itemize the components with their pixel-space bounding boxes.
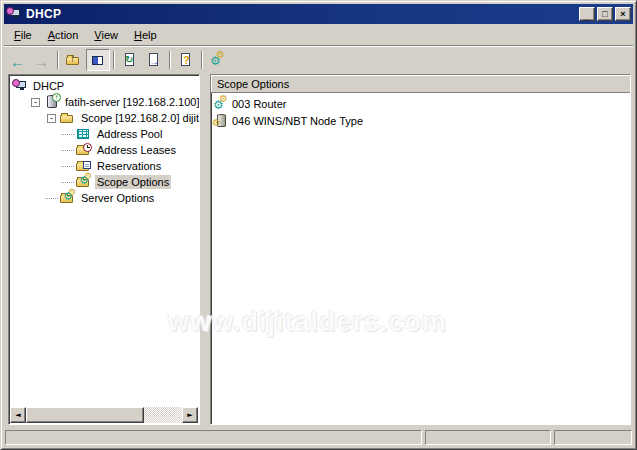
export-list-button[interactable] — [142, 49, 166, 71]
tb-show-console-tree-icon — [90, 52, 106, 68]
menu-view[interactable]: View — [86, 27, 126, 43]
tree-connector — [60, 142, 76, 158]
scope-options-icon — [76, 174, 92, 190]
menu-action[interactable]: Action — [40, 27, 87, 43]
toolbar-separator — [169, 51, 171, 69]
toolbar-separator — [57, 51, 59, 69]
toolbar-separator — [113, 51, 115, 69]
forward-button[interactable] — [30, 49, 54, 71]
tree-item-label[interactable]: Scope [192.168.2.0] dijitald — [79, 111, 200, 125]
dhcp-app-icon — [6, 6, 22, 22]
tree-item-server-options[interactable]: Server Options — [12, 190, 199, 206]
back-button[interactable] — [6, 49, 30, 71]
address-pool-icon — [76, 126, 92, 142]
maximize-icon: □ — [602, 10, 607, 19]
results-pane[interactable]: Scope Options 003 Router046 WINS/NBT Nod… — [210, 74, 631, 425]
window-title: DHCP — [26, 7, 579, 21]
tree-item-address-pool[interactable]: Address Pool — [12, 126, 199, 142]
option-server-icon — [213, 113, 229, 129]
scroll-thumb[interactable] — [26, 407, 144, 423]
toolbar — [4, 46, 633, 73]
content-area: DHCP-fatih-server [192.168.2.100]-Scope … — [4, 73, 633, 427]
tree-item-dhcp[interactable]: DHCP — [12, 78, 199, 94]
tb-configure-options-icon — [210, 52, 226, 68]
tree-item-scope-options[interactable]: Scope Options — [12, 174, 199, 190]
tree-connector — [44, 190, 60, 206]
tree-item-fatih-server-192-168-2-100[interactable]: -fatih-server [192.168.2.100] — [12, 94, 199, 110]
tb-refresh-icon — [122, 52, 138, 68]
tb-export-list-icon — [146, 52, 162, 68]
tree-item-label[interactable]: fatih-server [192.168.2.100] — [63, 95, 200, 109]
scroll-track[interactable] — [144, 407, 182, 423]
minimize-button[interactable]: _ — [579, 7, 595, 21]
address-leases-icon — [76, 142, 92, 158]
tree-expander-icon[interactable]: - — [47, 114, 56, 123]
status-panel-3 — [554, 430, 632, 445]
toolbar-separator — [201, 51, 203, 69]
status-bar — [4, 427, 633, 446]
refresh-button[interactable] — [118, 49, 142, 71]
show-console-tree-button[interactable] — [86, 49, 110, 71]
tree-item-scope-192-168-2-0-dijitald[interactable]: -Scope [192.168.2.0] dijitald — [12, 110, 199, 126]
dhcp-console-window: DHCP _ □ × FileActionViewHelp DHCP-fatih… — [0, 0, 637, 450]
help-button[interactable] — [174, 49, 198, 71]
window-controls: _ □ × — [579, 7, 631, 21]
tree: DHCP-fatih-server [192.168.2.100]-Scope … — [12, 78, 199, 206]
server-icon — [44, 94, 60, 110]
tb-forward-icon — [34, 52, 50, 68]
tree-horizontal-scrollbar[interactable]: ◄ ► — [10, 407, 198, 423]
tree-item-label[interactable]: Address Leases — [95, 143, 178, 157]
tb-back-icon — [10, 52, 26, 68]
menu-bar: FileActionViewHelp — [4, 24, 633, 46]
results-list: 003 Router046 WINS/NBT Node Type — [211, 93, 630, 424]
server-options-icon — [60, 190, 76, 206]
tree-item-label[interactable]: Server Options — [79, 191, 156, 205]
pane-splitter[interactable] — [200, 74, 210, 425]
status-panel-1 — [5, 430, 422, 445]
title-bar[interactable]: DHCP _ □ × — [4, 4, 633, 24]
scroll-left-button[interactable]: ◄ — [10, 407, 26, 423]
status-panel-2 — [425, 430, 551, 445]
tree-item-reservations[interactable]: Reservations — [12, 158, 199, 174]
scroll-right-button[interactable]: ► — [182, 407, 198, 423]
tree-item-label[interactable]: DHCP — [31, 79, 66, 93]
list-item-label: 046 WINS/NBT Node Type — [232, 115, 363, 127]
dhcp-root-icon — [12, 78, 28, 94]
tree-item-label[interactable]: Scope Options — [95, 175, 171, 189]
tree-connector — [60, 158, 76, 174]
list-item-003-router[interactable]: 003 Router — [213, 95, 630, 112]
folder-icon — [60, 110, 76, 126]
menu-help[interactable]: Help — [126, 27, 165, 43]
up-one-level-button[interactable] — [62, 49, 86, 71]
close-icon: × — [620, 10, 625, 19]
minimize-icon: _ — [584, 13, 589, 22]
list-item-046-wins-nbt-node-type[interactable]: 046 WINS/NBT Node Type — [213, 112, 630, 129]
configure-options-button[interactable] — [206, 49, 230, 71]
menu-file[interactable]: File — [6, 27, 40, 43]
console-tree-pane[interactable]: DHCP-fatih-server [192.168.2.100]-Scope … — [8, 74, 200, 425]
tree-item-address-leases[interactable]: Address Leases — [12, 142, 199, 158]
tree-item-label[interactable]: Reservations — [95, 159, 163, 173]
close-button[interactable]: × — [615, 7, 631, 21]
list-item-label: 003 Router — [232, 98, 286, 110]
column-header-scope-options[interactable]: Scope Options — [211, 75, 630, 93]
option-gears-icon — [213, 96, 229, 112]
tree-connector — [60, 126, 76, 142]
tree-item-label[interactable]: Address Pool — [95, 127, 164, 141]
maximize-button[interactable]: □ — [597, 7, 613, 21]
tb-help-icon — [178, 52, 194, 68]
tree-expander-icon[interactable]: - — [31, 98, 40, 107]
tb-up-one-level-icon — [66, 52, 82, 68]
